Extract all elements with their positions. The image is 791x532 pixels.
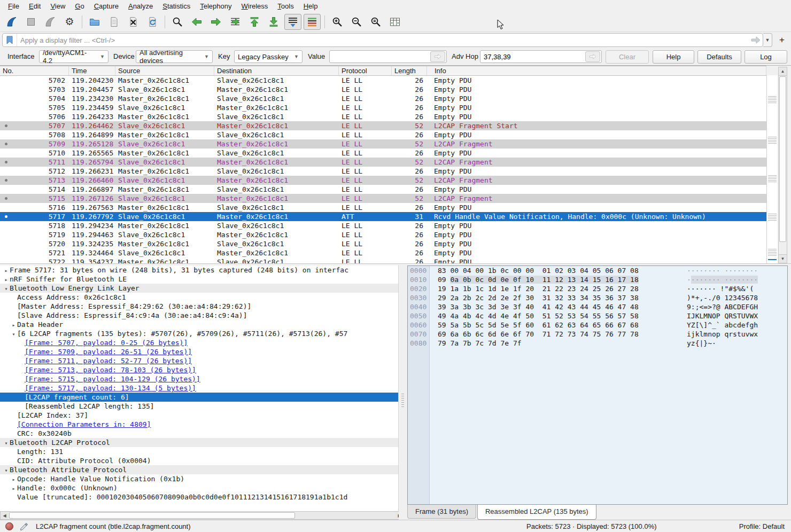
hex-row-0080[interactable]: 008079 7a 7b 7c 7d 7e 7fyz{|}~· xyxy=(408,339,787,348)
column-header-protocol[interactable]: Protocol xyxy=(339,66,392,75)
display-filter-input[interactable] xyxy=(17,36,749,44)
expander-open-icon[interactable]: ▾ xyxy=(3,284,10,293)
column-header-source[interactable]: Source xyxy=(115,66,214,75)
display-filter-box[interactable] xyxy=(2,33,763,47)
packet-row-5702[interactable]: 5702119.204230Master_0x26c1c8c1Slave_0x2… xyxy=(0,76,766,85)
find-packet-icon[interactable] xyxy=(169,14,186,30)
menu-file[interactable]: File xyxy=(3,1,24,11)
column-header-info[interactable]: Info xyxy=(427,66,766,75)
reload-file-icon[interactable] xyxy=(144,14,161,30)
zoom-in-icon[interactable] xyxy=(329,14,346,30)
detail-row[interactable]: [Frame: 5711, payload: 52-77 (26 bytes)] xyxy=(0,356,398,365)
hex-row-0070[interactable]: 007069 6a 6b 6c 6d 6e 6f 70 71 72 73 74 … xyxy=(408,330,787,339)
packet-row-5717[interactable]: 5717119.267792Slave_0x26c1c8c1Master_0x2… xyxy=(0,212,766,221)
packet-row-5705[interactable]: 5705119.234459Slave_0x26c1c8c1Master_0x2… xyxy=(0,103,766,112)
expert-info-icon[interactable] xyxy=(5,522,13,530)
apply-filter-icon[interactable] xyxy=(749,34,763,46)
key-select[interactable]: Legacy Passkey▼ xyxy=(234,50,303,63)
expander-open-icon[interactable]: ▾ xyxy=(10,330,17,338)
packet-row-5714[interactable]: 5714119.266897Master_0x26c1c8c1Slave_0x2… xyxy=(0,185,766,194)
scrollbar-thumb[interactable] xyxy=(779,76,786,242)
packet-row-5704[interactable]: 5704119.234230Master_0x26c1c8c1Slave_0x2… xyxy=(0,94,766,103)
hex-dump-pane[interactable]: 000083 00 04 00 1b 0c 00 00 01 02 03 04 … xyxy=(407,265,788,505)
detail-row[interactable]: [Connection Parameters in: 4809] xyxy=(0,420,398,429)
value-input[interactable] xyxy=(330,53,430,61)
next-packet-icon[interactable] xyxy=(207,14,224,30)
help-button[interactable]: Help xyxy=(653,50,694,64)
value-go-icon[interactable] xyxy=(430,51,445,62)
hex-row-0040[interactable]: 004039 3a 3b 3c 3d 3e 3f 40 41 42 43 44 … xyxy=(408,302,787,311)
open-file-icon[interactable] xyxy=(86,14,103,30)
value-field[interactable] xyxy=(329,50,447,63)
packet-row-5715[interactable]: 5715119.267126Slave_0x26c1c8c1Master_0x2… xyxy=(0,194,766,203)
detail-row[interactable]: ▾Bluetooth Attribute Protocol xyxy=(0,465,398,474)
detail-link[interactable]: [Frame: 5707, payload: 0-25 (26 bytes)] xyxy=(25,339,188,347)
expander-closed-icon[interactable]: ▸ xyxy=(3,266,10,275)
menu-edit[interactable]: Edit xyxy=(24,1,45,11)
vertical-splitter[interactable] xyxy=(399,265,407,520)
menu-wireless[interactable]: Wireless xyxy=(237,1,273,11)
expander-closed-icon[interactable]: ▸ xyxy=(10,484,17,492)
detail-row[interactable]: ▸Frame 5717: 31 bytes on wire (248 bits)… xyxy=(0,265,398,275)
resize-columns-icon[interactable] xyxy=(386,14,404,30)
packet-list-minimap[interactable] xyxy=(766,75,778,263)
hex-row-0020[interactable]: 002019 1a 1b 1c 1d 1e 1f 20 21 22 23 24 … xyxy=(408,284,787,293)
detail-row[interactable]: CRC: 0x30240b xyxy=(0,429,398,438)
packet-row-5710[interactable]: 5710119.265565Master_0x26c1c8c1Slave_0x2… xyxy=(0,148,766,158)
advhop-field[interactable] xyxy=(480,50,602,63)
filter-history-dropdown[interactable]: ▼ xyxy=(763,33,772,47)
scroll-down-icon[interactable]: ▼ xyxy=(779,254,787,263)
zoom-out-icon[interactable] xyxy=(348,14,365,30)
save-file-icon[interactable] xyxy=(105,14,122,30)
menu-capture[interactable]: Capture xyxy=(89,1,123,11)
advhop-go-icon[interactable] xyxy=(585,51,600,62)
detail-row[interactable]: [Frame: 5717, payload: 130-134 (5 bytes)… xyxy=(0,384,398,393)
detail-link[interactable]: [Frame: 5715, payload: 104-129 (26 bytes… xyxy=(25,375,200,383)
capture-comment-icon[interactable] xyxy=(20,522,28,530)
detail-row[interactable]: [Reassembled L2CAP length: 135] xyxy=(0,402,398,411)
packet-row-5703[interactable]: 5703119.204457Slave_0x26c1c8c1Master_0x2… xyxy=(0,85,766,94)
last-packet-icon[interactable] xyxy=(265,14,282,30)
hex-row-0000[interactable]: 000083 00 04 00 1b 0c 00 00 01 02 03 04 … xyxy=(408,266,787,275)
auto-scroll-icon[interactable] xyxy=(284,14,301,30)
detail-row[interactable]: [Frame: 5715, payload: 104-129 (26 bytes… xyxy=(0,374,398,384)
menu-view[interactable]: View xyxy=(45,1,70,11)
menu-telephony[interactable]: Telephony xyxy=(195,1,236,11)
interface-select[interactable]: /dev/ttyACM1-4.2▼ xyxy=(39,50,108,63)
colorize-icon[interactable] xyxy=(304,14,321,30)
column-header-destination[interactable]: Destination xyxy=(214,66,339,75)
previous-packet-icon[interactable] xyxy=(188,14,205,30)
detail-link[interactable]: [Frame: 5709, payload: 26-51 (26 bytes)] xyxy=(25,348,192,356)
expander-closed-icon[interactable]: ▸ xyxy=(10,475,17,483)
first-packet-icon[interactable] xyxy=(246,14,263,30)
close-file-icon[interactable] xyxy=(125,14,142,30)
column-header-no[interactable]: No. xyxy=(0,66,69,75)
advhop-input[interactable] xyxy=(480,53,585,61)
detail-row[interactable]: CID: Attribute Protocol (0x0004) xyxy=(0,456,398,465)
detail-row[interactable]: [Frame: 5709, payload: 26-51 (26 bytes)] xyxy=(0,347,398,356)
detail-row[interactable]: [Frame: 5707, payload: 0-25 (26 bytes)] xyxy=(0,338,398,347)
packet-row-5720[interactable]: 5720119.324235Master_0x26c1c8c1Slave_0x2… xyxy=(0,239,766,248)
capture-options-icon[interactable]: ⚙ xyxy=(61,14,78,30)
menu-analyze[interactable]: Analyze xyxy=(123,1,158,11)
packet-row-5721[interactable]: 5721119.324464Slave_0x26c1c8c1Master_0x2… xyxy=(0,248,766,257)
packet-row-5707[interactable]: 5707119.264462Slave_0x26c1c8c1Master_0x2… xyxy=(0,121,766,130)
scrollbar-thumb[interactable] xyxy=(9,512,295,519)
packet-row-5718[interactable]: 5718119.294234Master_0x26c1c8c1Slave_0x2… xyxy=(0,221,766,230)
packet-row-5716[interactable]: 5716119.267563Master_0x26c1c8c1Slave_0x2… xyxy=(0,203,766,212)
hex-row-0060[interactable]: 006059 5a 5b 5c 5d 5e 5f 60 61 62 63 64 … xyxy=(408,320,787,330)
byte-view-tab[interactable]: Frame (31 bytes) xyxy=(407,505,476,519)
zoom-reset-icon[interactable] xyxy=(367,14,384,30)
detail-row[interactable]: ▸Opcode: Handle Value Notification (0x1b… xyxy=(0,474,398,483)
detail-row[interactable]: [L2CAP Index: 37] xyxy=(0,411,398,420)
menu-tools[interactable]: Tools xyxy=(273,1,298,11)
detail-row[interactable]: [L2CAP fragment count: 6] xyxy=(0,393,398,402)
start-capture-icon[interactable] xyxy=(3,14,20,30)
detail-hscrollbar[interactable]: ◀ ▶ xyxy=(0,511,405,520)
detail-row[interactable]: ▾Bluetooth Low Energy Link Layer xyxy=(0,284,398,293)
add-filter-button[interactable]: + xyxy=(776,34,788,46)
packet-row-5713[interactable]: 5713119.266460Slave_0x26c1c8c1Master_0x2… xyxy=(0,176,766,185)
column-header-length[interactable]: Length xyxy=(392,66,427,75)
packet-row-5719[interactable]: 5719119.294463Slave_0x26c1c8c1Master_0x2… xyxy=(0,230,766,239)
column-header-time[interactable]: Time xyxy=(69,66,115,75)
